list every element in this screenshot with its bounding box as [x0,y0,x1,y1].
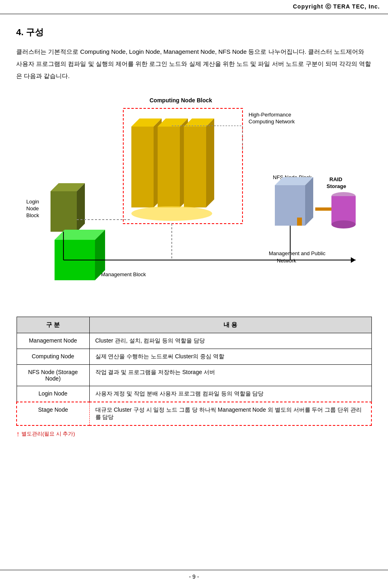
table-row: Stage Node대규모 Cluster 구성 시 일정 노드 그룹 당 하나… [17,402,371,425]
cell-category-3: Login Node [17,386,89,402]
login-node-block [51,183,85,232]
svg-point-14 [331,220,356,228]
svg-rect-16 [51,191,77,232]
cluster-management-block [55,230,105,280]
hpc-network-label: High-Performance [249,112,291,118]
cell-content-3: 사용자 계정 및 작업 분배 사용자 프로그램 컴파일 등의 역할을 담당 [89,386,371,402]
cell-content-0: Cluster 관리, 설치, 컴파일 등의 역할을 담당 [89,333,371,349]
copyright-text: Copyright ⓒ TERA TEC, Inc. [293,3,380,10]
hpc-network-label2: Computing Network [249,118,295,125]
glow-effect [131,206,212,221]
col-header-category: 구 분 [17,317,89,333]
login-label1: Login [26,199,39,205]
main-arrowhead [351,257,356,263]
footnote-text: 별도관리(필요 시 추가) [21,431,75,437]
diagram-svg: Computing Node Block [20,94,368,305]
table-header-row: 구 분 내 용 [17,317,371,333]
svg-marker-11 [305,177,313,226]
svg-rect-15 [315,207,331,211]
page-number: - 9 - [189,573,199,580]
col-header-content: 내 용 [89,317,371,333]
svg-rect-0 [131,127,154,207]
mgmt-network-label1: Management and Public [269,250,326,256]
cell-content-1: 실제 연산을 수행하는 노드로써 Cluster의 중심 역할 [89,349,371,365]
cell-content-4: 대규모 Cluster 구성 시 일정 노드 그룹 당 하나씩 Manageme… [89,402,371,425]
cell-category-4: Stage Node [17,402,89,425]
raid-storage-cylinder [315,192,356,228]
cell-content-2: 작업 결과 및 프로그램을 저장하는 Storage 서버 [89,365,371,386]
nfs-connector [297,218,302,226]
svg-rect-13 [331,196,356,224]
mgmt-network-label2: Network [277,258,296,264]
cell-category-2: NFS Node (Storage Node) [17,365,89,386]
info-table: 구 분 내 용 Management NodeCluster 관리, 설치, 컴… [16,317,372,426]
compute-cube-3 [184,118,214,207]
cluster-diagram: Computing Node Block [20,94,368,305]
login-label2: Node [26,205,39,212]
computing-node-block-label: Computing Node Block [150,97,212,104]
svg-marker-18 [77,183,85,232]
table-row: Management NodeCluster 관리, 설치, 컴파일 등의 역할… [17,333,371,349]
table-body: Management NodeCluster 관리, 설치, 컴파일 등의 역할… [17,333,371,426]
main-content: 4. 구성 클러스터는 기본적으로 Computing Node, Login … [0,14,388,451]
page-footer: - 9 - [0,570,388,580]
section-title: 4. 구성 [16,26,372,38]
cell-category-0: Management Node [17,333,89,349]
raid-label: RAID [329,176,342,182]
svg-rect-3 [158,127,180,207]
compute-cube-2 [158,118,188,207]
svg-rect-6 [184,127,206,207]
table-row: Computing Node실제 연산을 수행하는 노드로써 Cluster의 … [17,349,371,365]
svg-marker-8 [206,118,214,207]
compute-cube-1 [131,118,162,207]
table-row: NFS Node (Storage Node)작업 결과 및 프로그램을 저장하… [17,365,371,386]
intro-paragraph: 클러스터는 기본적으로 Computing Node, Login Node, … [16,46,372,82]
cell-category-1: Computing Node [17,349,89,365]
header: Copyright ⓒ TERA TEC, Inc. [0,0,388,14]
nfs-node-block [275,177,313,226]
login-label3: Block [26,212,39,218]
footnote: ↑ 별도관리(필요 시 추가) [16,430,372,438]
raid-storage-label: Storage [327,183,346,189]
table-row: Login Node사용자 계정 및 작업 분배 사용자 프로그램 컴파일 등의… [17,386,371,402]
